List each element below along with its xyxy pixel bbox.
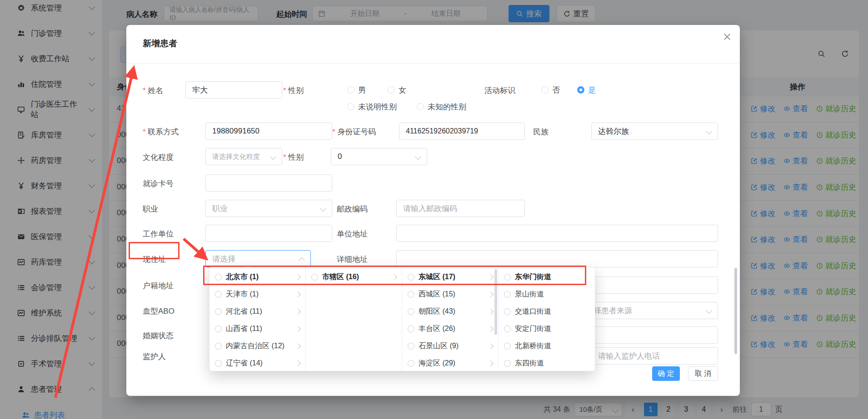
radio-gender-male[interactable]: 男: [347, 85, 366, 95]
radio-icon: [408, 343, 414, 350]
chevron-right-icon: [488, 343, 494, 349]
cascader-option-label: 东四街道: [515, 359, 544, 368]
cascader-option-label: 丰台区 (26): [419, 324, 455, 334]
cascader-option-label: 山西省 (11): [226, 324, 262, 334]
radio-icon: [504, 291, 511, 298]
work-unit-input[interactable]: [205, 225, 332, 242]
unit-address-input[interactable]: [396, 225, 718, 242]
cascader-option-label: 河北省 (11): [226, 307, 262, 316]
cascader-option[interactable]: 辽宁省 (14): [210, 355, 305, 371]
postal-code-input[interactable]: 请输入邮政编码: [396, 200, 525, 217]
cancel-button[interactable]: 取 消: [688, 366, 718, 381]
cascader-option[interactable]: 山西省 (11): [210, 320, 305, 337]
cascader-option[interactable]: 北京市 (1): [210, 268, 305, 286]
cascader-scrollbar[interactable]: [494, 269, 497, 335]
name-label: 姓名: [143, 85, 163, 96]
occupation-select[interactable]: 职业: [205, 200, 332, 217]
cascader-option-label: 市辖区 (16): [322, 272, 359, 282]
gender-label: 性别: [283, 85, 304, 96]
cascader-option[interactable]: 东城区 (17): [402, 268, 498, 286]
gender-code-select[interactable]: 0: [331, 148, 427, 165]
contact-input[interactable]: 19880991650: [205, 123, 332, 140]
marital-status-label: 婚姻状态: [143, 330, 174, 341]
address-cascader-dropdown: 北京市 (1)天津市 (1)河北省 (11)山西省 (11)内蒙古自治区 (12…: [209, 267, 595, 371]
radio-icon: [347, 86, 354, 94]
occupation-label: 职业: [143, 204, 158, 214]
education-select[interactable]: 请选择文化程度: [205, 148, 282, 165]
current-address-cascader[interactable]: 请选择: [205, 250, 311, 267]
radio-icon: [541, 86, 549, 94]
household-address-input[interactable]: [591, 276, 718, 294]
cascader-option[interactable]: 天津市 (1): [210, 286, 305, 303]
cascader-option[interactable]: 内蒙古自治区 (12): [210, 337, 305, 355]
cascader-option[interactable]: 西城区 (15): [402, 286, 498, 303]
radio-gender-unspecified[interactable]: 未说明性别: [347, 102, 397, 112]
cascader-option-label: 交道口街道: [515, 307, 551, 316]
radio-icon: [408, 291, 414, 298]
chevron-right-icon: [295, 291, 301, 297]
chevron-down-icon: [270, 153, 276, 160]
detail-address-input[interactable]: [396, 250, 718, 267]
blood-type-label: 血型ABO: [143, 306, 175, 316]
id-number-input[interactable]: 411625192602039719: [399, 123, 525, 140]
close-icon[interactable]: [723, 32, 732, 41]
confirm-button[interactable]: 确 定: [652, 366, 680, 381]
ethnicity-select[interactable]: 达斡尔族: [591, 123, 718, 140]
radio-icon: [408, 274, 414, 281]
work-unit-label: 工作单位: [143, 229, 174, 239]
patient-source-select[interactable]: 请选择患者来源: [591, 302, 718, 319]
active-flag-label: 活动标识: [484, 85, 515, 96]
radio-icon: [215, 343, 222, 350]
cascader-option[interactable]: 河北省 (11): [210, 303, 305, 320]
cascader-option-label: 天津市 (1): [226, 290, 259, 299]
guardian-phone-input[interactable]: 请输入监护人电话: [591, 347, 718, 365]
modal-scrollbar[interactable]: [734, 268, 737, 354]
gender-code-label: 性别: [283, 152, 304, 163]
marital-status-input[interactable]: [591, 326, 718, 344]
name-input[interactable]: 牢大: [185, 81, 282, 99]
cascader-option[interactable]: 石景山区 (9): [402, 337, 498, 355]
radio-icon: [408, 308, 414, 315]
cascader-option-label: 北京市 (1): [226, 272, 259, 282]
dialog-title: 新增患者: [143, 38, 177, 49]
card-no-input[interactable]: [205, 174, 332, 192]
chevron-up-icon: [299, 257, 305, 264]
cascader-option[interactable]: 朝阳区 (43): [402, 303, 498, 320]
cascader-option[interactable]: 东华门街道: [499, 268, 595, 286]
postal-code-label: 邮政编码: [337, 204, 368, 214]
detail-address-label: 详细地址: [337, 254, 368, 265]
cascader-option[interactable]: 市辖区 (16): [306, 268, 402, 286]
radio-icon: [504, 274, 511, 281]
cascader-option[interactable]: 景山街道: [499, 286, 595, 303]
cascader-option-label: 辽宁省 (14): [226, 359, 263, 368]
cascader-option[interactable]: 北新桥街道: [499, 337, 595, 355]
radio-active-yes[interactable]: 是: [577, 85, 596, 95]
chevron-right-icon: [295, 326, 301, 332]
cascader-column: 市辖区 (16): [306, 267, 402, 371]
radio-icon: [311, 274, 318, 281]
radio-icon: [504, 360, 511, 367]
chevron-right-icon: [488, 309, 494, 315]
radio-icon: [388, 86, 395, 94]
radio-gender-unknown[interactable]: 未知的性别: [417, 102, 466, 112]
radio-gender-female[interactable]: 女: [388, 85, 406, 95]
card-no-label: 就诊卡号: [143, 178, 174, 189]
chevron-right-icon: [295, 274, 301, 280]
chevron-down-icon: [706, 128, 712, 134]
radio-icon: [215, 308, 222, 315]
household-address-label: 户籍地址: [143, 281, 174, 291]
cascader-option[interactable]: 交道口街道: [499, 303, 595, 320]
cascader-option-label: 朝阳区 (43): [419, 307, 455, 316]
cascader-option[interactable]: 东四街道: [499, 355, 595, 371]
chevron-down-icon: [706, 307, 712, 314]
cascader-option[interactable]: 丰台区 (26): [402, 320, 498, 337]
cascader-option[interactable]: 安定门街道: [499, 320, 595, 337]
radio-active-no[interactable]: 否: [541, 85, 560, 95]
cascader-column: 东城区 (17)西城区 (15)朝阳区 (43)丰台区 (26)石景山区 (9)…: [402, 267, 499, 371]
chevron-right-icon: [295, 309, 301, 315]
cascader-option[interactable]: 海淀区 (29): [402, 355, 498, 371]
cascader-column: 东华门街道景山街道交道口街道安定门街道北新桥街道东四街道: [499, 267, 595, 371]
cascader-option-label: 安定门街道: [515, 324, 551, 334]
chevron-right-icon: [391, 274, 397, 280]
cascader-option-label: 东华门街道: [515, 272, 551, 282]
